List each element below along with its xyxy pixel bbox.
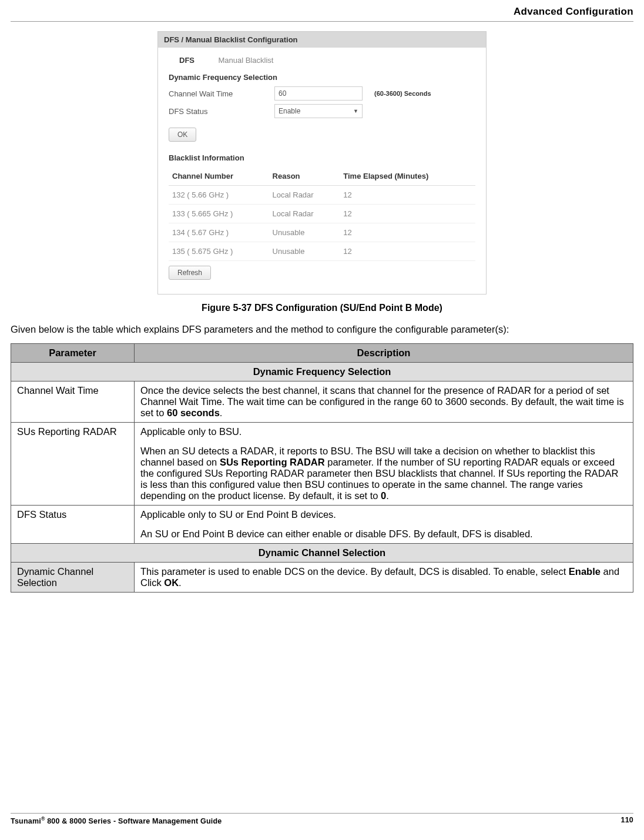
hint-channel-wait-time: (60-3600) Seconds xyxy=(374,90,431,97)
chevron-down-icon: ▼ xyxy=(353,108,358,114)
desc-text: Applicable only to SU or End Point B dev… xyxy=(140,509,627,520)
param-desc: Once the device selects the best channel… xyxy=(135,381,633,423)
tab-bar: DFS Manual Blacklist xyxy=(169,53,475,67)
desc-text: . xyxy=(386,490,389,501)
param-header-parameter: Parameter xyxy=(11,344,135,363)
cell-time: 12 xyxy=(340,186,475,205)
param-name: Channel Wait Time xyxy=(11,381,135,423)
cell-channel: 134 ( 5.67 GHz ) xyxy=(169,223,269,242)
cell-reason: Local Radar xyxy=(269,205,340,223)
figure-caption: Figure 5-37 DFS Configuration (SU/End Po… xyxy=(11,303,633,313)
tab-manual-blacklist[interactable]: Manual Blacklist xyxy=(207,53,284,67)
parameters-table: Parameter Description Dynamic Frequency … xyxy=(11,343,633,593)
select-dfs-status[interactable]: Enable ▼ xyxy=(274,104,363,118)
param-desc: Applicable only to SU or End Point B dev… xyxy=(135,506,633,544)
tab-dfs[interactable]: DFS xyxy=(169,53,205,67)
footer-product: Tsunami xyxy=(11,817,41,825)
cell-channel: 135 ( 5.675 GHz ) xyxy=(169,242,269,261)
input-channel-wait-time[interactable] xyxy=(274,86,363,101)
dfs-section-heading: Dynamic Frequency Selection xyxy=(169,73,475,82)
bl-header-channel: Channel Number xyxy=(169,167,269,186)
table-row: 134 ( 5.67 GHz ) Unusable 12 xyxy=(169,223,475,242)
label-dfs-status: DFS Status xyxy=(169,107,274,116)
desc-text: . xyxy=(220,407,223,418)
param-name: Dynamic Channel Selection xyxy=(11,563,135,593)
intro-text: Given below is the table which explains … xyxy=(11,324,633,335)
desc-text: When an SU detects a RADAR, it reports t… xyxy=(140,446,627,501)
select-dfs-status-value: Enable xyxy=(279,107,300,115)
label-channel-wait-time: Channel Wait Time xyxy=(169,89,274,98)
footer-guide: 800 & 8000 Series - Software Management … xyxy=(45,817,222,825)
subheader-dfs: Dynamic Frequency Selection xyxy=(11,363,633,381)
page-number: 110 xyxy=(621,816,633,825)
table-row: DFS Status Applicable only to SU or End … xyxy=(11,506,633,544)
cell-reason: Unusable xyxy=(269,223,340,242)
table-row: Dynamic Channel Selection This parameter… xyxy=(11,563,633,593)
desc-bold: 0 xyxy=(381,490,386,501)
desc-text: An SU or End Point B device can either e… xyxy=(140,528,627,540)
desc-bold: SUs Reporting RADAR xyxy=(220,457,325,467)
page-footer: Tsunami® 800 & 8000 Series - Software Ma… xyxy=(11,813,633,825)
cell-time: 12 xyxy=(340,205,475,223)
desc-text: This parameter is used to enable DCS on … xyxy=(140,566,569,577)
row-channel-wait-time: Channel Wait Time (60-3600) Seconds xyxy=(169,86,475,101)
table-row: 132 ( 5.66 GHz ) Local Radar 12 xyxy=(169,186,475,205)
blacklist-section-heading: Blacklist Information xyxy=(169,153,475,162)
panel-title: DFS / Manual Blacklist Configuration xyxy=(158,32,486,48)
cell-time: 12 xyxy=(340,242,475,261)
registered-icon: ® xyxy=(41,816,45,822)
param-desc: Applicable only to BSU. When an SU detec… xyxy=(135,423,633,506)
refresh-button[interactable]: Refresh xyxy=(169,266,211,280)
footer-left: Tsunami® 800 & 8000 Series - Software Ma… xyxy=(11,816,222,825)
desc-bold: 60 seconds xyxy=(167,407,220,418)
blacklist-table: Channel Number Reason Time Elapsed (Minu… xyxy=(169,167,475,261)
cell-reason: Unusable xyxy=(269,242,340,261)
param-header-description: Description xyxy=(135,344,633,363)
subheader-dcs: Dynamic Channel Selection xyxy=(11,544,633,563)
param-name: SUs Reporting RADAR xyxy=(11,423,135,506)
desc-bold: OK xyxy=(164,577,179,588)
cell-reason: Local Radar xyxy=(269,186,340,205)
cell-channel: 133 ( 5.665 GHz ) xyxy=(169,205,269,223)
desc-text: . xyxy=(179,577,182,588)
config-panel: DFS / Manual Blacklist Configuration DFS… xyxy=(157,31,487,294)
bl-header-time: Time Elapsed (Minutes) xyxy=(340,167,475,186)
param-desc: This parameter is used to enable DCS on … xyxy=(135,563,633,593)
param-name: DFS Status xyxy=(11,506,135,544)
row-dfs-status: DFS Status Enable ▼ xyxy=(169,104,475,118)
cell-time: 12 xyxy=(340,223,475,242)
ok-button[interactable]: OK xyxy=(169,128,196,142)
table-row: SUs Reporting RADAR Applicable only to B… xyxy=(11,423,633,506)
bl-header-reason: Reason xyxy=(269,167,340,186)
desc-text: Applicable only to BSU. xyxy=(140,426,627,437)
table-row: Channel Wait Time Once the device select… xyxy=(11,381,633,423)
table-row: 135 ( 5.675 GHz ) Unusable 12 xyxy=(169,242,475,261)
table-row: 133 ( 5.665 GHz ) Local Radar 12 xyxy=(169,205,475,223)
desc-bold: Enable xyxy=(569,566,601,577)
cell-channel: 132 ( 5.66 GHz ) xyxy=(169,186,269,205)
page-header: Advanced Configuration xyxy=(11,6,633,22)
